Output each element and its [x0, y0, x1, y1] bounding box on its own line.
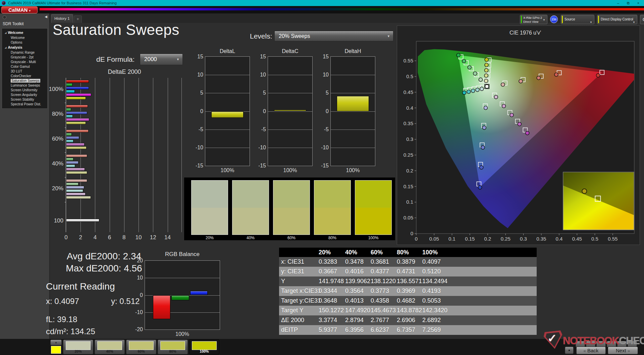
bar — [153, 295, 170, 319]
gridline — [331, 111, 375, 112]
y-tick — [65, 152, 66, 153]
sidebar-item-grayscale-multi[interactable]: Grayscale - Multi — [2, 59, 47, 64]
patch-button-100%[interactable]: 100% — [189, 340, 219, 354]
table-cell: 7.2569 — [422, 325, 486, 335]
svg-text:0.5: 0.5 — [406, 73, 413, 79]
de-formula-value: 2000 — [144, 54, 157, 65]
sidebar-collapse-icon[interactable]: ◀ — [45, 15, 47, 18]
patch-button-60%[interactable]: 60% — [126, 340, 156, 354]
restore-button[interactable]: ⧉ — [623, 0, 633, 6]
sidebar-item-3d-lut[interactable]: 3D LUT — [2, 69, 47, 73]
display-status-strip — [598, 16, 599, 23]
sidebar-item-options[interactable]: Options — [2, 40, 47, 45]
gridline — [331, 93, 375, 93]
svg-text:0: 0 — [415, 236, 418, 242]
svg-text:0.45: 0.45 — [404, 89, 413, 95]
target-swatch — [355, 208, 391, 235]
y-tick-label: -15 — [255, 163, 266, 169]
calman-logo-text: CalMAN — [8, 7, 28, 13]
table-row: Target Y150.1272147.4920145.4673143.8782… — [279, 306, 537, 315]
app-icon — [2, 1, 6, 5]
gridline — [139, 78, 139, 232]
patch-swatch — [97, 341, 122, 350]
de-bar — [66, 146, 87, 149]
sidebar-dot-button[interactable] — [3, 15, 6, 19]
group-label: 20% — [43, 185, 63, 192]
swatch-label: 40% — [232, 236, 269, 240]
deltae-chart: 02468101214100%80%60%40%20%100 — [66, 78, 183, 232]
source-select-button[interactable]: Source ▼ — [561, 15, 594, 24]
window-titlebar: CalMAN 2019 CalMAN Ultimate for Business… — [0, 0, 644, 6]
patch-swatch — [192, 341, 217, 350]
y-tick — [65, 103, 66, 103]
sidebar-item-saturation-sweeps[interactable]: Saturation Sweeps — [2, 78, 47, 83]
rainbow-strip — [40, 8, 644, 10]
x-axis-label: 100% — [268, 167, 312, 173]
gridline — [168, 78, 168, 232]
gear-icon[interactable]: ⚙ — [640, 15, 644, 24]
gridline — [268, 148, 312, 148]
chevron-down-icon: ▼ — [176, 58, 179, 61]
sidebar-item-color-gamut[interactable]: Color Gamut — [2, 64, 47, 69]
patch-button-80%[interactable]: 80% — [158, 340, 188, 354]
patch-button-20%[interactable]: 20% — [63, 340, 93, 354]
tree-group-analysis[interactable]: ◢Analysis — [2, 45, 47, 50]
deltac-title: DeltaC — [264, 48, 316, 54]
sidebar-item-screen-uniformity[interactable]: Screen Uniformity — [2, 88, 47, 92]
gridline — [95, 78, 95, 232]
sidebar-item-screen-stability[interactable]: Screen Stability — [2, 97, 47, 102]
y-tick-label: -20 — [131, 326, 143, 333]
swatch-compare-80% — [314, 180, 351, 235]
calman-logo-button[interactable]: CalMAN ▾ — [1, 6, 38, 13]
sidebar-item-colorchecker[interactable]: ColorChecker — [2, 73, 47, 78]
patch-button-40%[interactable]: 40% — [95, 340, 125, 354]
table-row: Target y:CIE310.36480.40130.43580.46820.… — [279, 296, 537, 306]
de-bar — [66, 143, 85, 146]
back-button[interactable]: « Back — [576, 347, 606, 354]
de-bar — [66, 168, 85, 171]
meter-select-button[interactable]: X-Rite i1Pro 2 Direct View ▼ — [520, 15, 547, 24]
swatch-compare-40% — [232, 180, 269, 235]
patch-expand-button[interactable]: ▲ — [50, 340, 62, 345]
display-control-button[interactable]: Direct Display Control ▼ — [597, 15, 637, 24]
svg-text:0.3: 0.3 — [406, 136, 413, 142]
table-row: ΔE 20003.37742.87942.76772.69062.6892 — [279, 315, 537, 325]
de-bar — [66, 97, 86, 100]
y-tick-label: -10 — [255, 145, 266, 151]
table-cell: 142.3420 — [422, 306, 486, 315]
max-de2000: Max dE2000: 4.56 — [50, 263, 158, 274]
sidebar-item-dynamic-range[interactable]: Dynamic Range — [2, 50, 47, 55]
patch-swatch — [66, 341, 91, 350]
deltal-title: DeltaL — [202, 48, 253, 54]
sidebar-item-screen-angularity[interactable]: Screen Angularity — [2, 92, 47, 97]
patch-label: 40% — [95, 349, 124, 353]
sidebar-item-spectral-power-dist-[interactable]: Spectral Power Dist. — [2, 102, 47, 106]
workflow-tree: ◢WelcomeWelcomeOptions◢AnalysisDynamic R… — [2, 28, 48, 109]
svg-text:0.55: 0.55 — [608, 236, 618, 242]
gridline — [268, 111, 312, 112]
current-fl: fL: 39.18 — [46, 315, 77, 324]
table-cell: 0.4097 — [422, 257, 486, 267]
next-button[interactable]: Next » — [608, 347, 638, 354]
y-tick-label: 0 — [192, 108, 203, 114]
calman-window: CalMAN 2019 CalMAN Ultimate for Business… — [0, 0, 644, 355]
de-bar — [66, 80, 89, 83]
de-formula-dropdown[interactable]: 2000 ▼ — [140, 54, 183, 65]
sidebar-item-luminance-sweeps[interactable]: Luminance Sweeps — [2, 83, 47, 88]
gridline — [268, 75, 312, 75]
svg-text:0.25: 0.25 — [404, 152, 413, 158]
de-bar — [66, 118, 89, 121]
levels-dropdown[interactable]: 20% Sweeps ▼ — [274, 31, 393, 41]
tree-group-welcome[interactable]: ◢Welcome — [2, 30, 47, 35]
deltac-chart: 151050-5-10-15100% — [268, 56, 313, 166]
stop-button[interactable]: ▪ — [565, 347, 574, 354]
y-tick-label: 0 — [255, 108, 266, 114]
swatch-compare-60% — [273, 180, 310, 235]
svg-text:0.1: 0.1 — [406, 199, 413, 205]
close-button[interactable]: × — [633, 0, 643, 6]
sidebar-item-welcome[interactable]: Welcome — [2, 35, 47, 40]
sidebar-item-grayscale-2pt[interactable]: Grayscale - 2pt — [2, 55, 47, 59]
minimize-button[interactable]: – — [613, 0, 623, 6]
table-cell: 0.5053 — [422, 296, 486, 306]
x-axis-label: 100% — [205, 167, 250, 173]
